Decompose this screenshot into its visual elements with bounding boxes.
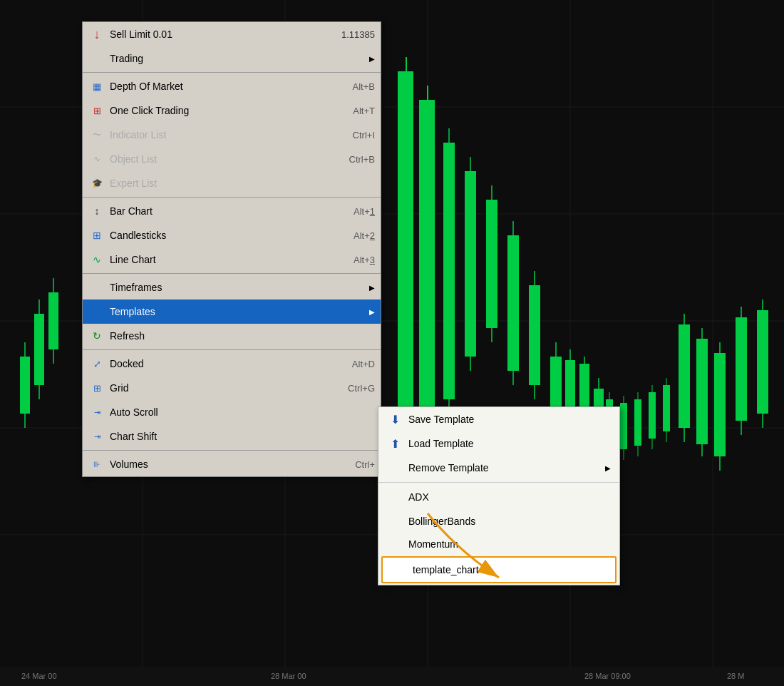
svg-text:28 Mar 09:00: 28 Mar 09:00 — [584, 672, 631, 680]
object-list-shortcut: Ctrl+B — [335, 154, 375, 165]
refresh-item[interactable]: ↻ Refresh — [83, 324, 381, 348]
auto-scroll-label: Auto Scroll — [110, 406, 375, 418]
expert-list-item[interactable]: 🎓 Expert List — [83, 171, 381, 195]
chart-shift-item[interactable]: ⇥ Chart Shift — [83, 424, 381, 449]
chart-shift-label: Chart Shift — [110, 431, 375, 442]
templates-submenu: ⬇ Save Template ⬆ Load Template Remove T… — [378, 406, 620, 585]
svg-rect-56 — [649, 392, 656, 439]
line-chart-label: Line Chart — [110, 254, 339, 265]
svg-rect-28 — [507, 235, 519, 371]
candlesticks-item[interactable]: ⊞ Candlesticks Alt+2 — [83, 223, 381, 247]
main-context-menu: ↓ Sell Limit 0.01 1.11385 Trading ▶ ▦ De… — [82, 21, 381, 477]
timeframes-label: Timeframes — [110, 282, 363, 293]
load-template-item[interactable]: ⬆ Load Template — [378, 431, 619, 456]
svg-text:24 Mar 00: 24 Mar 00 — [21, 672, 57, 680]
auto-scroll-item[interactable]: ⇥ Auto Scroll — [83, 400, 381, 424]
save-template-label: Save Template — [408, 414, 611, 425]
template-chart-icon — [391, 562, 407, 578]
load-template-label: Load Template — [408, 438, 611, 449]
templates-arrow-icon: ▶ — [369, 308, 375, 316]
expert-list-label: Expert List — [110, 178, 361, 189]
bollinger-bands-label: BollingerBands — [408, 516, 611, 527]
sell-limit-icon: ↓ — [88, 26, 105, 43]
sub-separator-1 — [378, 482, 619, 483]
auto-scroll-icon: ⇥ — [88, 404, 105, 421]
depth-of-market-icon: ▦ — [88, 78, 105, 95]
grid-shortcut: Ctrl+G — [334, 383, 375, 394]
candlesticks-label: Candlesticks — [110, 230, 339, 241]
volumes-shortcut: Ctrl+ — [341, 459, 375, 470]
bollinger-bands-item[interactable]: BollingerBands — [378, 509, 619, 533]
svg-rect-30 — [529, 285, 540, 385]
chart-shift-icon: ⇥ — [88, 428, 105, 445]
svg-rect-48 — [757, 310, 768, 414]
line-chart-shortcut: Alt+3 — [339, 255, 375, 265]
adx-label: ADX — [408, 491, 611, 503]
svg-rect-22 — [443, 143, 455, 399]
indicator-list-label: Indicator List — [110, 129, 339, 140]
svg-rect-24 — [465, 171, 476, 357]
separator-1 — [83, 72, 381, 73]
load-template-icon: ⬆ — [387, 436, 403, 451]
docked-icon: ⤢ — [88, 355, 105, 372]
bar-chart-label: Bar Chart — [110, 205, 339, 217]
templates-icon — [88, 303, 105, 320]
object-list-icon: ∿ — [88, 150, 105, 168]
timeframes-item[interactable]: Timeframes ▶ — [83, 275, 381, 300]
bar-chart-item[interactable]: ↕ Bar Chart Alt+1 — [83, 199, 381, 223]
momentum-label: Momentum — [408, 538, 611, 550]
trading-item[interactable]: Trading ▶ — [83, 46, 381, 71]
bollinger-bands-icon — [387, 513, 403, 529]
svg-rect-40 — [679, 324, 690, 428]
svg-rect-16 — [48, 292, 58, 349]
svg-rect-26 — [486, 200, 497, 328]
remove-template-item[interactable]: Remove Template ▶ — [378, 456, 619, 480]
volumes-item[interactable]: ⊪ Volumes Ctrl+ — [83, 452, 381, 476]
depth-of-market-item[interactable]: ▦ Depth Of Market Alt+B — [83, 74, 381, 98]
line-chart-item[interactable]: ∿ Line Chart Alt+3 — [83, 247, 381, 272]
refresh-label: Refresh — [110, 330, 375, 342]
remove-template-arrow-icon: ▶ — [605, 464, 611, 472]
timeframes-arrow-icon: ▶ — [369, 284, 375, 292]
sell-limit-item[interactable]: ↓ Sell Limit 0.01 1.11385 — [83, 22, 381, 46]
grid-item[interactable]: ⊞ Grid Ctrl+G — [83, 376, 381, 400]
svg-text:28 M: 28 M — [727, 672, 744, 680]
one-click-trading-shortcut: Alt+T — [339, 106, 375, 116]
svg-rect-18 — [398, 71, 413, 464]
momentum-icon — [387, 536, 403, 552]
adx-icon — [387, 489, 403, 505]
docked-item[interactable]: ⤢ Docked Alt+D — [83, 352, 381, 376]
docked-label: Docked — [110, 358, 338, 369]
indicator-list-item[interactable]: 〜 Indicator List Ctrl+I — [83, 123, 381, 147]
separator-4 — [83, 349, 381, 350]
svg-rect-44 — [714, 353, 726, 456]
grid-label: Grid — [110, 382, 334, 394]
templates-item[interactable]: Templates ▶ — [83, 300, 381, 324]
depth-of-market-shortcut: Alt+B — [339, 81, 375, 92]
template-chart-item[interactable]: template_chart — [381, 556, 617, 583]
svg-rect-46 — [736, 317, 747, 421]
object-list-item[interactable]: ∿ Object List Ctrl+B — [83, 147, 381, 171]
save-template-item[interactable]: ⬇ Save Template — [378, 407, 619, 431]
indicator-list-shortcut: Ctrl+I — [339, 130, 375, 140]
refresh-icon: ↻ — [88, 327, 105, 344]
bar-chart-icon: ↕ — [88, 203, 105, 220]
separator-3 — [83, 273, 381, 274]
bar-chart-shortcut: Alt+1 — [339, 206, 375, 217]
line-chart-icon: ∿ — [88, 251, 105, 268]
momentum-item[interactable]: Momentum — [378, 533, 619, 555]
trading-icon — [88, 50, 105, 67]
remove-template-label: Remove Template — [408, 462, 605, 473]
svg-rect-58 — [663, 385, 670, 431]
one-click-trading-item[interactable]: ⊞ One Click Trading Alt+T — [83, 98, 381, 123]
svg-rect-12 — [20, 357, 30, 414]
one-click-trading-label: One Click Trading — [110, 105, 339, 116]
object-list-label: Object List — [110, 153, 335, 165]
depth-of-market-label: Depth Of Market — [110, 81, 339, 92]
indicator-list-icon: 〜 — [88, 126, 105, 143]
sell-limit-price: 1.11385 — [327, 29, 375, 40]
template-chart-label: template_chart — [413, 564, 607, 575]
svg-rect-20 — [419, 100, 435, 428]
adx-item[interactable]: ADX — [378, 485, 619, 509]
separator-5 — [83, 450, 381, 451]
